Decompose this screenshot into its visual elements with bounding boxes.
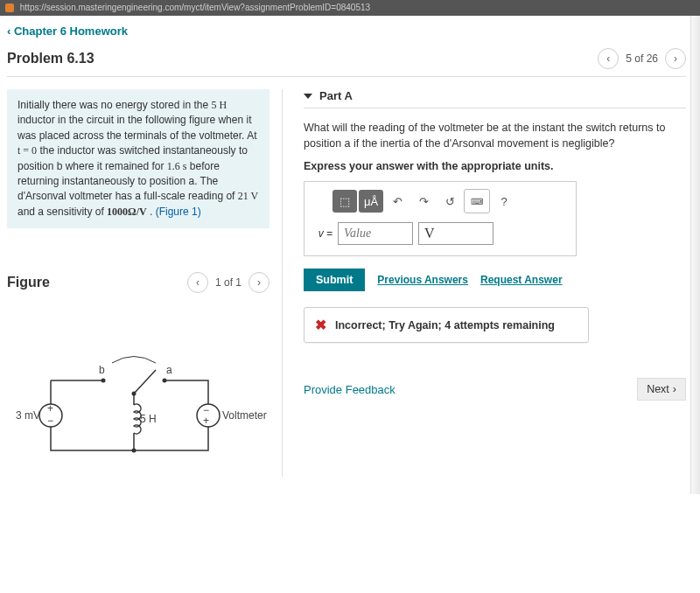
answer-toolbar: ⬚ μÅ ↶ ↷ ↺ ⌨ — [313, 189, 567, 213]
svg-text:+: + — [47, 402, 53, 415]
templates-icon: ⬚ — [340, 195, 350, 208]
circuit-figure: b a 5 H + − 3 mV − + — [16, 345, 243, 477]
next-figure-button[interactable]: › — [248, 272, 270, 293]
next-button[interactable]: Next › — [637, 378, 686, 401]
redo-button[interactable]: ↷ — [411, 190, 436, 213]
breadcrumb[interactable]: ‹ Chapter 6 Homework — [7, 24, 128, 38]
prompt-text: . — [150, 206, 156, 218]
problem-position: 5 of 26 — [626, 52, 658, 65]
part-a-header[interactable]: Part A — [304, 89, 686, 108]
redo-icon: ↷ — [419, 195, 429, 208]
breadcrumb-label: Chapter 6 Homework — [14, 24, 128, 38]
reset-icon: ↺ — [445, 195, 455, 208]
submit-button[interactable]: Submit — [304, 269, 365, 291]
chevron-left-icon: ‹ — [606, 52, 610, 65]
figure-link[interactable]: (Figure 1) — [156, 206, 201, 218]
undo-button[interactable]: ↶ — [385, 190, 410, 213]
scrollbar-track[interactable] — [690, 16, 700, 494]
part-a-instruction: Express your answer with the appropriate… — [304, 160, 686, 172]
inductor-label: 5 H — [140, 413, 157, 425]
voltmeter-label: Voltmeter — [222, 409, 267, 422]
prompt-value: 1.6 s — [167, 160, 187, 172]
svg-point-6 — [132, 449, 136, 453]
svg-point-1 — [163, 379, 167, 383]
provide-feedback-link[interactable]: Provide Feedback — [304, 383, 396, 396]
next-problem-button[interactable]: › — [665, 48, 686, 69]
problem-nav: ‹ 5 of 26 › — [598, 48, 686, 69]
chevron-left-icon: ‹ — [7, 24, 10, 38]
submit-label: Submit — [316, 274, 353, 286]
incorrect-icon: ✖ — [315, 317, 326, 333]
help-button[interactable]: ? — [492, 190, 516, 213]
prompt-text: and a sensitivity of — [18, 206, 107, 218]
templates-button[interactable]: ⬚ — [332, 190, 357, 213]
collapse-icon — [304, 94, 312, 99]
unit-input[interactable] — [418, 222, 494, 245]
switch-label-a: a — [166, 364, 172, 376]
problem-prompt: Initially there was no energy stored in … — [7, 89, 270, 228]
chevron-right-icon: › — [673, 383, 676, 395]
prompt-text: inductor in the circuit in the following… — [18, 114, 256, 141]
keyboard-button[interactable]: ⌨ — [464, 189, 490, 213]
answer-variable-label: v = — [313, 227, 332, 240]
chevron-right-icon: › — [257, 276, 261, 289]
part-a-title: Part A — [319, 89, 353, 102]
previous-answers-link[interactable]: Previous Answers — [377, 274, 468, 286]
prompt-text: Initially there was no energy stored in … — [18, 99, 211, 111]
url-text: https://session.masteringengineering.com… — [20, 3, 370, 12]
request-answer-link[interactable]: Request Answer — [480, 274, 563, 286]
units-icon: μÅ — [364, 195, 378, 208]
chevron-left-icon: ‹ — [196, 276, 200, 289]
page-title: Problem 6.13 — [7, 51, 94, 66]
prev-problem-button[interactable]: ‹ — [598, 48, 619, 69]
feedback-box: ✖ Incorrect; Try Again; 4 attempts remai… — [304, 307, 589, 343]
switch-label-b: b — [99, 364, 105, 376]
svg-line-3 — [134, 370, 156, 394]
svg-text:+: + — [203, 415, 209, 427]
prompt-value: t = 0 — [18, 144, 37, 157]
undo-icon: ↶ — [393, 195, 402, 208]
value-input[interactable] — [338, 222, 413, 245]
browser-url-bar: https://session.masteringengineering.com… — [0, 0, 700, 16]
prompt-value: 1000Ω/V — [107, 206, 147, 218]
answer-panel: ⬚ μÅ ↶ ↷ ↺ ⌨ — [304, 181, 577, 256]
svg-point-0 — [102, 379, 106, 383]
feedback-message: Incorrect; Try Again; 4 attempts remaini… — [335, 319, 555, 331]
favicon — [5, 3, 14, 12]
prompt-value: 21 V — [238, 190, 258, 202]
chevron-right-icon: › — [674, 52, 677, 65]
prev-figure-button[interactable]: ‹ — [187, 272, 208, 293]
figure-title: Figure — [7, 275, 50, 290]
units-button[interactable]: μÅ — [359, 190, 383, 213]
svg-text:−: − — [47, 415, 53, 427]
source-label: 3 mV — [16, 409, 40, 422]
help-icon: ? — [500, 195, 507, 208]
keyboard-icon: ⌨ — [471, 197, 483, 206]
figure-position: 1 of 1 — [215, 276, 242, 289]
reset-button[interactable]: ↺ — [438, 190, 462, 213]
part-a-question: What will the reading of the voltmeter b… — [304, 121, 686, 151]
next-label: Next — [647, 383, 669, 395]
prompt-value: 5 H — [211, 99, 227, 111]
